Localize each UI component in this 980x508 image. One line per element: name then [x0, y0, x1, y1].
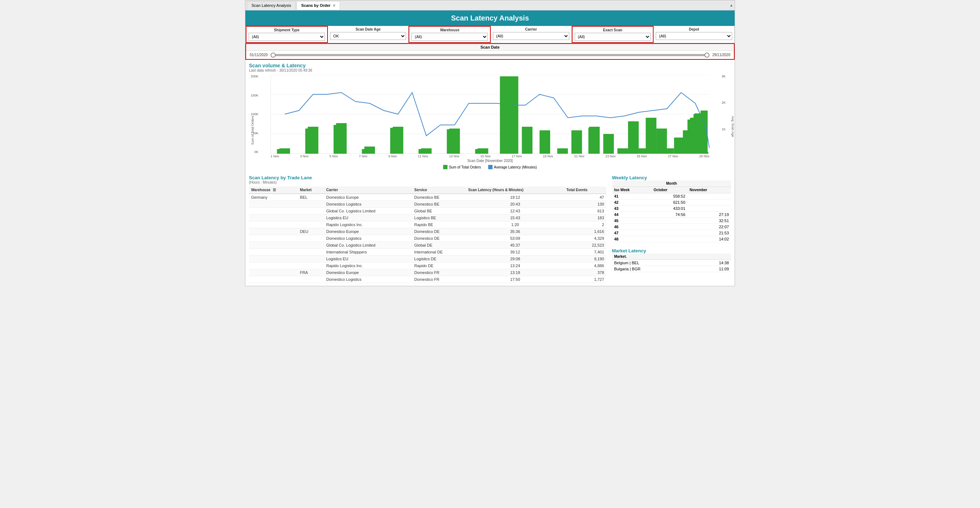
- cell-warehouse: [249, 262, 298, 269]
- svg-rect-47: [574, 132, 582, 154]
- warehouse-select[interactable]: (All): [412, 33, 488, 41]
- chart-area: 200K 150K 100K 50K 0K 3K 2K 1K Sum of To…: [270, 75, 710, 154]
- tab-close-icon[interactable]: ✕: [332, 3, 336, 8]
- warehouse-filter: Warehouse (All): [409, 26, 491, 43]
- svg-rect-45: [543, 130, 550, 154]
- carrier-select[interactable]: (All): [493, 32, 569, 40]
- cell-warehouse: [249, 228, 298, 235]
- cell-warehouse: [249, 214, 298, 221]
- warehouse-filter-icon[interactable]: ☰: [273, 188, 276, 192]
- cell-market: [298, 208, 324, 214]
- cell-latency: 12:43: [466, 208, 564, 214]
- cell-service: Logistics DE: [412, 256, 466, 262]
- cell-events: 9,190: [564, 256, 606, 262]
- cell-warehouse: [249, 249, 298, 256]
- cell-latency: 45:37: [466, 242, 564, 249]
- cell-service: International DE: [412, 249, 466, 256]
- cell-service: Global DE: [412, 242, 466, 249]
- scan-date-slider[interactable]: [270, 54, 710, 56]
- cell-week: 47: [612, 230, 652, 236]
- cell-service: Domestico FR: [412, 269, 466, 276]
- tab-scans-by-order[interactable]: Scans by Order ✕: [296, 1, 340, 10]
- svg-rect-46: [561, 149, 568, 154]
- slider-thumb-right[interactable]: [705, 52, 710, 57]
- chart-svg: [270, 75, 710, 154]
- cell-october: [651, 218, 687, 224]
- col-latency: Scan Latency (Hours & Minutes): [466, 186, 564, 194]
- shipment-type-label: Shipment Type: [248, 28, 325, 32]
- market-latency-table: Market. Belgium | BEL 14:38 Bulgaria | B…: [612, 254, 732, 272]
- depot-select[interactable]: (All): [656, 32, 732, 40]
- cell-carrier: Rapido Logistics Inc.: [324, 262, 412, 269]
- market-latency-section: Market Latency Market. Belgium | BEL 14:…: [612, 248, 732, 272]
- cell-november: 32:51: [687, 218, 731, 224]
- tab-scan-latency[interactable]: Scan Latency Analysis: [247, 1, 296, 10]
- weekly-row: 44 74:56 27:19: [612, 212, 732, 218]
- cell-events: 183: [564, 214, 606, 221]
- cell-service: Rapido BE: [412, 221, 466, 228]
- cell-carrier: Domestico Logistics: [324, 201, 412, 208]
- cell-carrier: Logistics EU: [324, 214, 412, 221]
- shipment-type-select[interactable]: (All): [248, 33, 325, 41]
- cell-november: [687, 200, 731, 206]
- svg-rect-49: [606, 135, 613, 154]
- cell-latency: 1:20: [466, 221, 564, 228]
- weekly-row: 42 621:50: [612, 200, 732, 206]
- cell-market: [298, 276, 324, 283]
- cell-latency: 13:24: [466, 262, 564, 269]
- svg-rect-42: [475, 149, 482, 154]
- tabs-scroll-up[interactable]: ▲: [728, 3, 735, 7]
- table-row: Logistics EU Logistics BE 15:43 183: [249, 214, 606, 221]
- trade-lane-subtitle: (Hours : Minutes): [249, 180, 606, 184]
- cell-carrier: Rapido Logistics Inc.: [324, 221, 412, 228]
- cell-week: 44: [612, 212, 652, 218]
- scan-date-end: 29/11/2020: [712, 53, 730, 57]
- col-market-value: [693, 254, 731, 260]
- slider-fill: [270, 54, 710, 56]
- cell-market: [298, 262, 324, 269]
- app-header: Scan Latency Analysis: [245, 10, 735, 26]
- cell-carrier: Logistics EU: [324, 256, 412, 262]
- slider-thumb-left[interactable]: [270, 52, 275, 57]
- cell-service: Domestico DE: [412, 228, 466, 235]
- cell-market: [298, 249, 324, 256]
- cell-warehouse: [249, 201, 298, 208]
- market-latency-title: Market Latency: [612, 248, 732, 254]
- table-row: Domestico Logistics Domestico DE 53:09 4…: [249, 235, 606, 242]
- table-row: Domestico Logistics Domestico FR 17:50 1…: [249, 276, 606, 283]
- svg-rect-35: [277, 149, 284, 154]
- cell-latency: 35:36: [466, 228, 564, 235]
- svg-rect-61: [703, 152, 707, 154]
- svg-rect-58: [687, 119, 695, 154]
- app-wrapper: Scan Latency Analysis Scans by Order ✕ ▲…: [245, 0, 735, 286]
- col-warehouse: Warehouse ☰: [249, 186, 298, 194]
- col-service: Service: [412, 186, 466, 194]
- cell-warehouse: [249, 235, 298, 242]
- chart-subtitle: Last data refresh - 30/11/2020 05:49:36: [249, 68, 731, 72]
- x-axis-title: Scan Date [November 2020]: [249, 159, 731, 163]
- cell-market: [298, 221, 324, 228]
- svg-rect-59: [695, 113, 703, 154]
- cell-market: [298, 242, 324, 249]
- cell-events: 130: [564, 201, 606, 208]
- scan-date-age-select[interactable]: OK: [330, 32, 406, 40]
- svg-rect-54: [659, 129, 667, 154]
- svg-rect-56: [677, 138, 684, 154]
- cell-carrier: Domestico Europe: [324, 269, 412, 276]
- cell-market: [298, 235, 324, 242]
- table-row: DEU Domestico Europe Domestico DE 35:36 …: [249, 228, 606, 235]
- exact-scan-select[interactable]: (All): [575, 33, 651, 41]
- cell-latency: 17:50: [466, 276, 564, 283]
- svg-rect-41: [447, 129, 454, 154]
- cell-service: Logistics BE: [412, 214, 466, 221]
- scan-date-slider-row: 01/11/2020 29/11/2020: [246, 51, 734, 59]
- scan-date-age-label: Scan Date Age: [330, 27, 406, 31]
- svg-rect-53: [649, 118, 657, 154]
- market-row: Belgium | BEL 14:38: [612, 260, 732, 266]
- market-row: Bulgaria | BGR 11:09: [612, 266, 732, 272]
- cell-events: 378: [564, 269, 606, 276]
- cell-week: 45: [612, 218, 652, 224]
- cell-market: BEL: [298, 194, 324, 201]
- scan-date-age-filter: Scan Date Age OK: [328, 26, 409, 43]
- shipment-type-filter: Shipment Type (All): [246, 26, 328, 43]
